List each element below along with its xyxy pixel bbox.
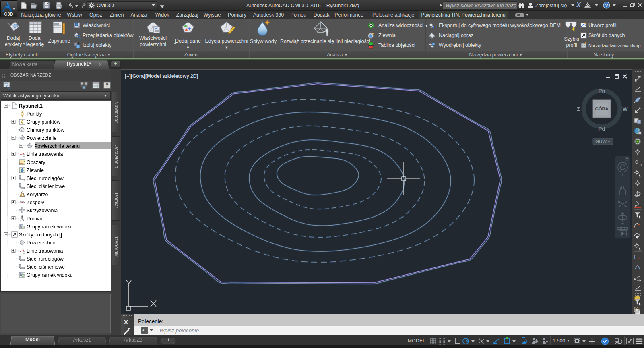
svg-text:Pd: Pd (598, 126, 605, 132)
svg-text:Grupy punktów: Grupy punktów (27, 119, 61, 125)
svg-text:?: ? (605, 3, 608, 8)
svg-text:Rysunek1: Rysunek1 (19, 103, 43, 109)
svg-text:Powierzchnie: Powierzchnie (27, 135, 56, 141)
svg-text:Korytarze: Korytarze (27, 192, 48, 197)
svg-text:Linie trasowania: Linie trasowania (27, 248, 63, 254)
svg-text:A: A (640, 163, 642, 166)
svg-text:Obszary: Obszary (27, 160, 45, 165)
svg-text:Chmury punktów: Chmury punktów (27, 127, 65, 133)
svg-text:Sieci ciśnieniowe: Sieci ciśnieniowe (27, 264, 65, 270)
svg-text:W: W (623, 106, 628, 112)
svg-text:Skróty do danych []: Skróty do danych [] (19, 232, 62, 238)
svg-text:Linie trasowania: Linie trasowania (27, 151, 63, 157)
svg-text:GÓRA: GÓRA (595, 106, 609, 111)
svg-text:Skrzyżowania: Skrzyżowania (27, 208, 58, 213)
svg-text:Sieci ciśnieniowe: Sieci ciśnieniowe (27, 184, 65, 189)
svg-text:Powierzchnia terenu: Powierzchnia terenu (34, 143, 80, 149)
svg-text:[−][Góra][Model szkieletowy 2D: [−][Góra][Model szkieletowy 2D] (125, 73, 198, 79)
svg-text:Sieci rurociągów: Sieci rurociągów (27, 256, 64, 262)
svg-text:Powierzchnie: Powierzchnie (27, 240, 56, 246)
svg-text:Grupy ramek widoku: Grupy ramek widoku (27, 224, 73, 230)
svg-text:Z: Z (577, 106, 580, 112)
svg-text:?: ? (105, 83, 108, 88)
svg-text:Pn: Pn (598, 88, 605, 94)
svg-text:Zlewnie: Zlewnie (27, 168, 44, 173)
svg-text:Pomiar: Pomiar (27, 216, 43, 222)
svg-text:Zespoły: Zespoły (27, 200, 45, 205)
svg-text:Grupy ramek widoku: Grupy ramek widoku (27, 272, 73, 278)
svg-text:Punkty: Punkty (27, 111, 42, 117)
svg-text:GUW: GUW (595, 139, 607, 144)
svg-text:Sieci rurociągów: Sieci rurociągów (27, 176, 64, 181)
